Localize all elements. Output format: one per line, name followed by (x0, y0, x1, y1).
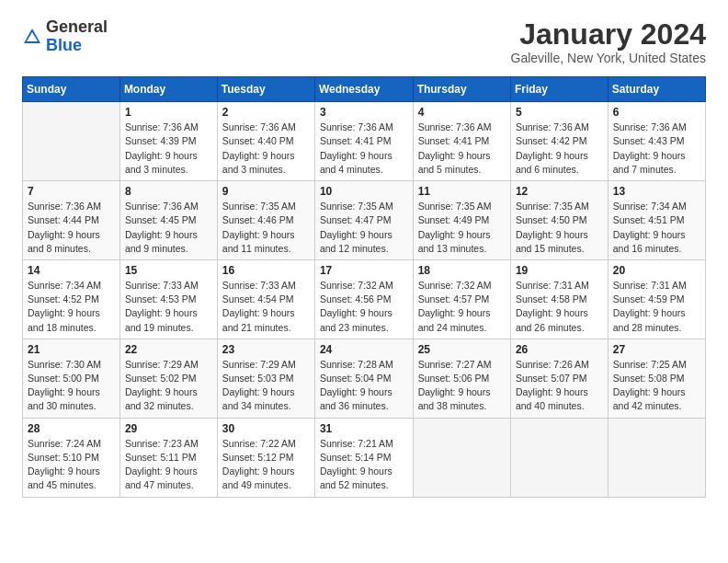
day-number: 28 (28, 422, 115, 435)
day-info: Sunrise: 7:21 AMSunset: 5:14 PMDaylight:… (320, 437, 408, 493)
calendar-cell: 13Sunrise: 7:34 AMSunset: 4:51 PMDayligh… (608, 181, 705, 260)
calendar-cell: 9Sunrise: 7:35 AMSunset: 4:46 PMDaylight… (217, 181, 314, 260)
calendar-cell: 26Sunrise: 7:26 AMSunset: 5:07 PMDayligh… (510, 339, 608, 418)
weekday-header-tuesday: Tuesday (217, 77, 314, 102)
day-number: 19 (516, 264, 603, 277)
day-number: 26 (516, 343, 603, 356)
calendar-cell: 25Sunrise: 7:27 AMSunset: 5:06 PMDayligh… (413, 339, 510, 418)
calendar-cell: 10Sunrise: 7:35 AMSunset: 4:47 PMDayligh… (314, 181, 413, 260)
day-number: 12 (516, 185, 603, 198)
calendar-cell: 24Sunrise: 7:28 AMSunset: 5:04 PMDayligh… (314, 339, 413, 418)
calendar-cell (23, 102, 120, 181)
day-info: Sunrise: 7:33 AMSunset: 4:54 PMDaylight:… (222, 279, 310, 335)
calendar-cell: 12Sunrise: 7:35 AMSunset: 4:50 PMDayligh… (510, 181, 608, 260)
calendar-cell: 28Sunrise: 7:24 AMSunset: 5:10 PMDayligh… (23, 418, 120, 497)
day-number: 31 (320, 422, 408, 435)
day-number: 3 (320, 106, 408, 119)
calendar-cell: 14Sunrise: 7:34 AMSunset: 4:52 PMDayligh… (23, 259, 120, 339)
day-info: Sunrise: 7:36 AMSunset: 4:41 PMDaylight:… (418, 121, 506, 177)
calendar-week-3: 14Sunrise: 7:34 AMSunset: 4:52 PMDayligh… (23, 259, 706, 339)
day-info: Sunrise: 7:36 AMSunset: 4:44 PMDaylight:… (28, 200, 115, 256)
day-number: 17 (320, 264, 408, 277)
calendar-cell: 30Sunrise: 7:22 AMSunset: 5:12 PMDayligh… (217, 418, 314, 497)
calendar-cell: 6Sunrise: 7:36 AMSunset: 4:43 PMDaylight… (608, 102, 705, 181)
day-number: 30 (222, 422, 310, 435)
calendar-cell: 15Sunrise: 7:33 AMSunset: 4:53 PMDayligh… (119, 259, 217, 339)
day-number: 13 (613, 185, 700, 198)
weekday-header-wednesday: Wednesday (314, 77, 413, 102)
calendar-subtitle: Galeville, New York, United States (511, 51, 706, 65)
day-info: Sunrise: 7:36 AMSunset: 4:39 PMDaylight:… (125, 121, 212, 177)
day-info: Sunrise: 7:35 AMSunset: 4:46 PMDaylight:… (222, 200, 310, 256)
day-number: 5 (516, 106, 603, 119)
calendar-cell: 5Sunrise: 7:36 AMSunset: 4:42 PMDaylight… (510, 102, 608, 181)
day-info: Sunrise: 7:35 AMSunset: 4:47 PMDaylight:… (320, 200, 408, 256)
day-number: 7 (28, 185, 115, 198)
day-number: 8 (125, 185, 212, 198)
day-number: 9 (222, 185, 310, 198)
calendar-cell: 23Sunrise: 7:29 AMSunset: 5:03 PMDayligh… (217, 339, 314, 418)
day-info: Sunrise: 7:24 AMSunset: 5:10 PMDaylight:… (28, 437, 115, 493)
day-number: 2 (222, 106, 310, 119)
calendar-cell: 4Sunrise: 7:36 AMSunset: 4:41 PMDaylight… (413, 102, 510, 181)
title-area: January 2024 Galeville, New York, United… (511, 18, 706, 65)
logo-text: General Blue (46, 18, 108, 55)
day-info: Sunrise: 7:32 AMSunset: 4:57 PMDaylight:… (418, 279, 506, 335)
day-number: 18 (418, 264, 506, 277)
calendar-body: 1Sunrise: 7:36 AMSunset: 4:39 PMDaylight… (23, 102, 706, 497)
weekday-header-sunday: Sunday (23, 77, 120, 102)
calendar-cell: 21Sunrise: 7:30 AMSunset: 5:00 PMDayligh… (23, 339, 120, 418)
weekday-header-friday: Friday (510, 77, 608, 102)
day-info: Sunrise: 7:36 AMSunset: 4:45 PMDaylight:… (125, 200, 212, 256)
calendar-cell: 18Sunrise: 7:32 AMSunset: 4:57 PMDayligh… (413, 259, 510, 339)
day-info: Sunrise: 7:35 AMSunset: 4:50 PMDaylight:… (516, 200, 603, 256)
calendar-cell: 3Sunrise: 7:36 AMSunset: 4:41 PMDaylight… (314, 102, 413, 181)
logo: General Blue (22, 18, 108, 55)
day-info: Sunrise: 7:26 AMSunset: 5:07 PMDaylight:… (516, 358, 603, 414)
day-info: Sunrise: 7:36 AMSunset: 4:40 PMDaylight:… (222, 121, 310, 177)
logo-general: General (46, 17, 108, 36)
calendar-cell: 29Sunrise: 7:23 AMSunset: 5:11 PMDayligh… (119, 418, 217, 497)
day-info: Sunrise: 7:32 AMSunset: 4:56 PMDaylight:… (320, 279, 408, 335)
calendar-cell: 16Sunrise: 7:33 AMSunset: 4:54 PMDayligh… (217, 259, 314, 339)
day-info: Sunrise: 7:29 AMSunset: 5:03 PMDaylight:… (222, 358, 310, 414)
day-info: Sunrise: 7:36 AMSunset: 4:43 PMDaylight:… (613, 121, 700, 177)
calendar-cell: 17Sunrise: 7:32 AMSunset: 4:56 PMDayligh… (314, 259, 413, 339)
calendar-week-1: 1Sunrise: 7:36 AMSunset: 4:39 PMDaylight… (23, 102, 706, 181)
day-number: 10 (320, 185, 408, 198)
day-number: 27 (613, 343, 700, 356)
calendar-cell: 27Sunrise: 7:25 AMSunset: 5:08 PMDayligh… (608, 339, 705, 418)
calendar-table: SundayMondayTuesdayWednesdayThursdayFrid… (22, 76, 706, 497)
calendar-cell: 19Sunrise: 7:31 AMSunset: 4:58 PMDayligh… (510, 259, 608, 339)
calendar-cell: 8Sunrise: 7:36 AMSunset: 4:45 PMDaylight… (119, 181, 217, 260)
day-number: 20 (613, 264, 700, 277)
weekday-header-thursday: Thursday (413, 77, 510, 102)
day-number: 24 (320, 343, 408, 356)
calendar-week-5: 28Sunrise: 7:24 AMSunset: 5:10 PMDayligh… (23, 418, 706, 497)
day-number: 1 (125, 106, 212, 119)
calendar-cell: 1Sunrise: 7:36 AMSunset: 4:39 PMDaylight… (119, 102, 217, 181)
day-info: Sunrise: 7:34 AMSunset: 4:51 PMDaylight:… (613, 200, 700, 256)
day-number: 16 (222, 264, 310, 277)
calendar-cell (510, 418, 608, 497)
day-number: 29 (125, 422, 212, 435)
logo-icon (22, 27, 42, 47)
day-number: 23 (222, 343, 310, 356)
page-header: General Blue January 2024 Galeville, New… (22, 18, 706, 65)
weekday-header-row: SundayMondayTuesdayWednesdayThursdayFrid… (23, 77, 706, 102)
day-info: Sunrise: 7:29 AMSunset: 5:02 PMDaylight:… (125, 358, 212, 414)
calendar-cell: 22Sunrise: 7:29 AMSunset: 5:02 PMDayligh… (119, 339, 217, 418)
weekday-header-monday: Monday (119, 77, 217, 102)
day-info: Sunrise: 7:34 AMSunset: 4:52 PMDaylight:… (28, 279, 115, 335)
day-info: Sunrise: 7:23 AMSunset: 5:11 PMDaylight:… (125, 437, 212, 493)
day-info: Sunrise: 7:30 AMSunset: 5:00 PMDaylight:… (28, 358, 115, 414)
day-info: Sunrise: 7:35 AMSunset: 4:49 PMDaylight:… (418, 200, 506, 256)
day-info: Sunrise: 7:33 AMSunset: 4:53 PMDaylight:… (125, 279, 212, 335)
day-info: Sunrise: 7:28 AMSunset: 5:04 PMDaylight:… (320, 358, 408, 414)
day-number: 11 (418, 185, 506, 198)
day-number: 21 (28, 343, 115, 356)
day-info: Sunrise: 7:31 AMSunset: 4:58 PMDaylight:… (516, 279, 603, 335)
day-info: Sunrise: 7:36 AMSunset: 4:42 PMDaylight:… (516, 121, 603, 177)
calendar-header: SundayMondayTuesdayWednesdayThursdayFrid… (23, 77, 706, 102)
calendar-cell (413, 418, 510, 497)
